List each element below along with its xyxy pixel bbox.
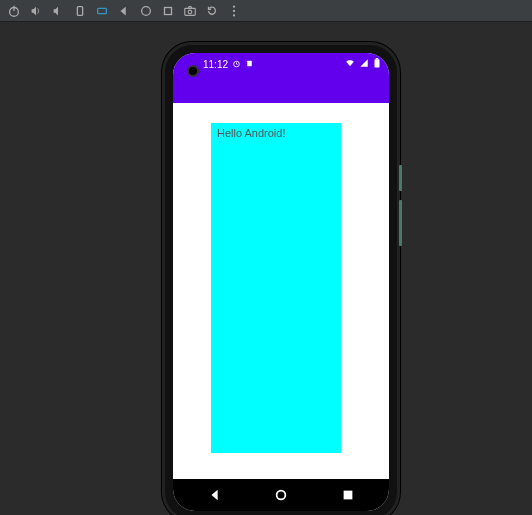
phone-bezel: 11:12 — [173, 53, 389, 511]
wifi-icon — [345, 58, 355, 70]
phone-screen[interactable]: 11:12 — [173, 53, 389, 511]
svg-point-10 — [233, 14, 235, 16]
reset-icon[interactable] — [202, 1, 222, 21]
app-action-bar — [173, 75, 389, 103]
svg-rect-12 — [247, 60, 252, 66]
screenshot-icon[interactable] — [180, 1, 200, 21]
svg-rect-14 — [376, 58, 379, 59]
phone-frame: 11:12 — [162, 42, 400, 515]
phone-side-button-1 — [399, 165, 402, 191]
volume-up-icon[interactable] — [26, 1, 46, 21]
svg-point-8 — [233, 5, 235, 7]
cyan-box: Hello Android! — [211, 123, 341, 453]
svg-point-9 — [233, 9, 235, 11]
status-time: 11:12 — [203, 59, 228, 70]
status-bar: 11:12 — [173, 53, 389, 75]
phone-side-button-2 — [399, 200, 402, 246]
app-content: Hello Android! — [173, 103, 389, 479]
nav-back-button[interactable] — [190, 488, 240, 502]
status-alarm-icon — [232, 59, 241, 70]
svg-rect-3 — [98, 8, 107, 13]
svg-point-7 — [188, 10, 192, 14]
svg-rect-6 — [185, 8, 196, 15]
greeting-text: Hello Android! — [217, 127, 335, 139]
svg-point-4 — [142, 6, 151, 15]
volume-down-icon[interactable] — [48, 1, 68, 21]
power-icon[interactable] — [4, 1, 24, 21]
svg-point-15 — [277, 491, 286, 500]
home-icon[interactable] — [136, 1, 156, 21]
front-camera — [187, 65, 199, 77]
rotate-left-icon[interactable] — [70, 1, 90, 21]
more-icon[interactable] — [224, 1, 244, 21]
status-debug-icon — [245, 59, 254, 70]
rotate-right-icon[interactable] — [92, 1, 112, 21]
android-nav-bar — [173, 479, 389, 511]
nav-home-button[interactable] — [256, 488, 306, 502]
svg-rect-16 — [343, 491, 352, 500]
svg-rect-2 — [77, 6, 82, 15]
signal-icon — [359, 58, 369, 70]
battery-icon — [373, 58, 381, 70]
overview-icon[interactable] — [158, 1, 178, 21]
emulator-toolbar — [0, 0, 532, 22]
svg-rect-13 — [375, 59, 380, 67]
back-icon[interactable] — [114, 1, 134, 21]
emulator-viewport: 11:12 — [0, 22, 532, 515]
nav-overview-button[interactable] — [323, 488, 373, 502]
svg-rect-5 — [165, 7, 172, 14]
